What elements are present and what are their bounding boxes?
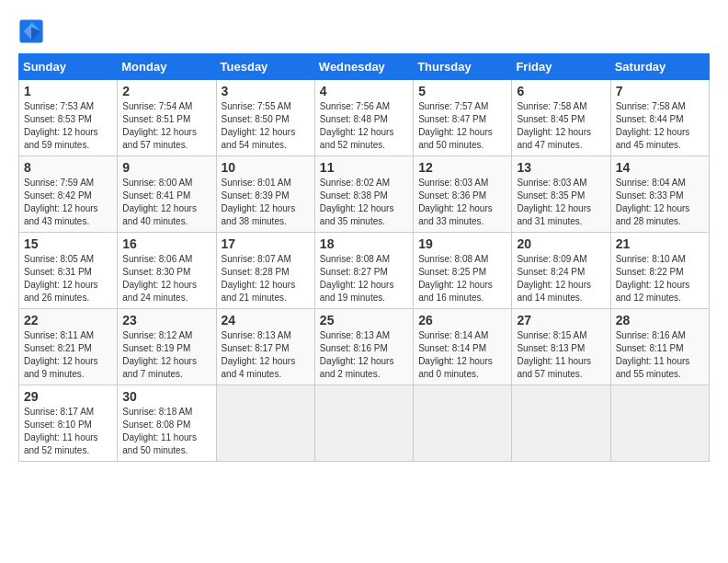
day-number: 30 — [122, 389, 210, 404]
day-info: Sunrise: 7:58 AMSunset: 8:45 PMDaylight:… — [517, 100, 605, 152]
calendar-cell: 18 Sunrise: 8:08 AMSunset: 8:27 PMDaylig… — [314, 233, 413, 309]
calendar-cell: 3 Sunrise: 7:55 AMSunset: 8:50 PMDayligh… — [216, 80, 314, 156]
day-info: Sunrise: 7:56 AMSunset: 8:48 PMDaylight:… — [320, 100, 408, 152]
day-number: 22 — [24, 313, 112, 327]
day-info: Sunrise: 7:57 AMSunset: 8:47 PMDaylight:… — [418, 100, 506, 152]
calendar-table: SundayMondayTuesdayWednesdayThursdayFrid… — [18, 53, 710, 462]
day-number: 28 — [616, 313, 704, 327]
day-info: Sunrise: 8:08 AMSunset: 8:25 PMDaylight:… — [418, 253, 506, 304]
day-number: 7 — [616, 84, 704, 98]
calendar-cell: 16 Sunrise: 8:06 AMSunset: 8:30 PMDaylig… — [118, 233, 216, 309]
day-info: Sunrise: 8:08 AMSunset: 8:27 PMDaylight:… — [320, 253, 408, 304]
calendar-week-2: 8 Sunrise: 7:59 AMSunset: 8:42 PMDayligh… — [19, 156, 710, 233]
calendar-cell: 23 Sunrise: 8:12 AMSunset: 8:19 PMDaylig… — [118, 309, 216, 385]
day-info: Sunrise: 8:07 AMSunset: 8:28 PMDaylight:… — [222, 253, 310, 304]
calendar-cell: 20 Sunrise: 8:09 AMSunset: 8:24 PMDaylig… — [512, 233, 610, 309]
day-number: 17 — [222, 236, 310, 251]
calendar-cell: 6 Sunrise: 7:58 AMSunset: 8:45 PMDayligh… — [512, 80, 610, 156]
calendar-cell: 14 Sunrise: 8:04 AMSunset: 8:33 PMDaylig… — [610, 156, 709, 233]
calendar-cell: 9 Sunrise: 8:00 AMSunset: 8:41 PMDayligh… — [118, 156, 216, 233]
day-info: Sunrise: 8:05 AMSunset: 8:31 PMDaylight:… — [24, 253, 112, 304]
calendar-cell: 11 Sunrise: 8:02 AMSunset: 8:38 PMDaylig… — [314, 156, 413, 233]
day-number: 16 — [122, 236, 210, 251]
calendar-cell: 10 Sunrise: 8:01 AMSunset: 8:39 PMDaylig… — [216, 156, 314, 233]
day-info: Sunrise: 8:01 AMSunset: 8:39 PMDaylight:… — [222, 177, 310, 228]
day-number: 20 — [517, 236, 605, 251]
calendar-cell: 29 Sunrise: 8:17 AMSunset: 8:10 PMDaylig… — [19, 385, 118, 462]
day-info: Sunrise: 8:18 AMSunset: 8:08 PMDaylight:… — [122, 406, 210, 457]
day-number: 2 — [122, 84, 210, 98]
day-number: 25 — [320, 313, 408, 327]
day-info: Sunrise: 8:16 AMSunset: 8:11 PMDaylight:… — [616, 329, 704, 381]
weekday-header-friday: Friday — [512, 54, 610, 80]
day-number: 26 — [418, 313, 506, 327]
day-number: 29 — [24, 389, 112, 404]
calendar-cell: 1 Sunrise: 7:53 AMSunset: 8:53 PMDayligh… — [19, 80, 118, 156]
weekday-header-tuesday: Tuesday — [216, 54, 314, 80]
calendar-cell: 22 Sunrise: 8:11 AMSunset: 8:21 PMDaylig… — [19, 309, 118, 385]
day-info: Sunrise: 7:53 AMSunset: 8:53 PMDaylight:… — [24, 100, 112, 152]
calendar-cell: 5 Sunrise: 7:57 AMSunset: 8:47 PMDayligh… — [414, 80, 512, 156]
day-info: Sunrise: 8:11 AMSunset: 8:21 PMDaylight:… — [24, 329, 112, 381]
calendar-cell — [314, 385, 413, 462]
calendar-cell: 30 Sunrise: 8:18 AMSunset: 8:08 PMDaylig… — [118, 385, 216, 462]
day-info: Sunrise: 8:00 AMSunset: 8:41 PMDaylight:… — [122, 177, 210, 228]
logo — [18, 18, 48, 44]
calendar-cell: 7 Sunrise: 7:58 AMSunset: 8:44 PMDayligh… — [610, 80, 709, 156]
calendar-cell — [610, 385, 709, 462]
day-number: 15 — [24, 236, 112, 251]
day-number: 11 — [320, 160, 408, 175]
calendar-cell: 25 Sunrise: 8:13 AMSunset: 8:16 PMDaylig… — [314, 309, 413, 385]
day-number: 8 — [24, 160, 112, 175]
weekday-header-row: SundayMondayTuesdayWednesdayThursdayFrid… — [19, 54, 710, 80]
day-info: Sunrise: 8:03 AMSunset: 8:36 PMDaylight:… — [418, 177, 506, 228]
day-info: Sunrise: 8:03 AMSunset: 8:35 PMDaylight:… — [517, 177, 605, 228]
calendar-cell: 15 Sunrise: 8:05 AMSunset: 8:31 PMDaylig… — [19, 233, 118, 309]
weekday-header-wednesday: Wednesday — [314, 54, 413, 80]
calendar-cell: 13 Sunrise: 8:03 AMSunset: 8:35 PMDaylig… — [512, 156, 610, 233]
calendar-cell: 12 Sunrise: 8:03 AMSunset: 8:36 PMDaylig… — [414, 156, 512, 233]
day-info: Sunrise: 8:06 AMSunset: 8:30 PMDaylight:… — [122, 253, 210, 304]
day-info: Sunrise: 8:17 AMSunset: 8:10 PMDaylight:… — [24, 406, 112, 457]
day-number: 10 — [222, 160, 310, 175]
day-info: Sunrise: 8:15 AMSunset: 8:13 PMDaylight:… — [517, 329, 605, 381]
calendar-cell: 24 Sunrise: 8:13 AMSunset: 8:17 PMDaylig… — [216, 309, 314, 385]
day-info: Sunrise: 7:55 AMSunset: 8:50 PMDaylight:… — [222, 100, 310, 152]
day-number: 19 — [418, 236, 506, 251]
calendar-cell: 27 Sunrise: 8:15 AMSunset: 8:13 PMDaylig… — [512, 309, 610, 385]
calendar-week-4: 22 Sunrise: 8:11 AMSunset: 8:21 PMDaylig… — [19, 309, 710, 385]
calendar-week-3: 15 Sunrise: 8:05 AMSunset: 8:31 PMDaylig… — [19, 233, 710, 309]
day-number: 3 — [222, 84, 310, 98]
day-info: Sunrise: 8:13 AMSunset: 8:16 PMDaylight:… — [320, 329, 408, 381]
day-info: Sunrise: 7:59 AMSunset: 8:42 PMDaylight:… — [24, 177, 112, 228]
day-number: 6 — [517, 84, 605, 98]
day-number: 13 — [517, 160, 605, 175]
day-info: Sunrise: 8:10 AMSunset: 8:22 PMDaylight:… — [616, 253, 704, 304]
calendar-cell: 2 Sunrise: 7:54 AMSunset: 8:51 PMDayligh… — [118, 80, 216, 156]
day-number: 18 — [320, 236, 408, 251]
day-number: 27 — [517, 313, 605, 327]
calendar-cell: 21 Sunrise: 8:10 AMSunset: 8:22 PMDaylig… — [610, 233, 709, 309]
weekday-header-monday: Monday — [118, 54, 216, 80]
day-info: Sunrise: 8:02 AMSunset: 8:38 PMDaylight:… — [320, 177, 408, 228]
calendar-cell: 26 Sunrise: 8:14 AMSunset: 8:14 PMDaylig… — [414, 309, 512, 385]
calendar-cell: 4 Sunrise: 7:56 AMSunset: 8:48 PMDayligh… — [314, 80, 413, 156]
calendar-cell: 17 Sunrise: 8:07 AMSunset: 8:28 PMDaylig… — [216, 233, 314, 309]
header — [18, 18, 710, 44]
weekday-header-thursday: Thursday — [414, 54, 512, 80]
calendar-cell: 8 Sunrise: 7:59 AMSunset: 8:42 PMDayligh… — [19, 156, 118, 233]
day-info: Sunrise: 7:54 AMSunset: 8:51 PMDaylight:… — [122, 100, 210, 152]
calendar-week-5: 29 Sunrise: 8:17 AMSunset: 8:10 PMDaylig… — [19, 385, 710, 462]
day-number: 14 — [616, 160, 704, 175]
calendar-cell — [216, 385, 314, 462]
day-info: Sunrise: 8:13 AMSunset: 8:17 PMDaylight:… — [222, 329, 310, 381]
day-number: 23 — [122, 313, 210, 327]
day-number: 24 — [222, 313, 310, 327]
calendar-cell: 28 Sunrise: 8:16 AMSunset: 8:11 PMDaylig… — [610, 309, 709, 385]
day-info: Sunrise: 7:58 AMSunset: 8:44 PMDaylight:… — [616, 100, 704, 152]
day-number: 1 — [24, 84, 112, 98]
calendar-week-1: 1 Sunrise: 7:53 AMSunset: 8:53 PMDayligh… — [19, 80, 710, 156]
day-info: Sunrise: 8:14 AMSunset: 8:14 PMDaylight:… — [418, 329, 506, 381]
day-info: Sunrise: 8:04 AMSunset: 8:33 PMDaylight:… — [616, 177, 704, 228]
day-number: 12 — [418, 160, 506, 175]
